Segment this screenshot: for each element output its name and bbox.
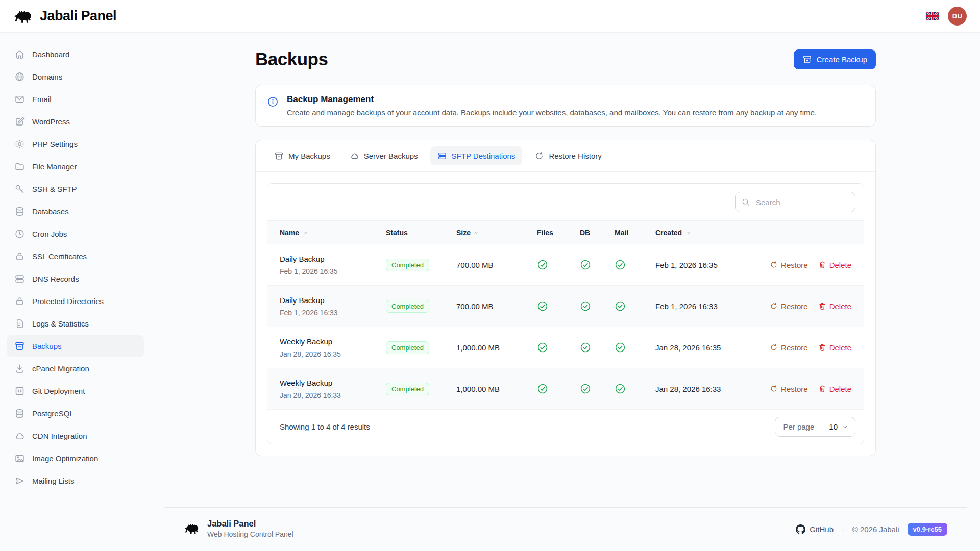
files-check-circle-icon (537, 300, 548, 312)
column-header-status: Status (386, 229, 456, 237)
sidebar-item-backups[interactable]: Backups (7, 335, 144, 357)
sidebar-item-label: Image Optimization (32, 454, 98, 463)
search-input[interactable] (735, 192, 855, 212)
github-icon (796, 524, 805, 534)
restore-button[interactable]: Restore (770, 385, 808, 393)
refresh-icon (770, 385, 778, 393)
backup-name: Daily Backup (280, 255, 386, 263)
restore-button[interactable]: Restore (770, 302, 808, 311)
globe-icon (14, 71, 25, 82)
column-header-db: DB (580, 229, 615, 237)
table-row: Daily Backup Feb 1, 2026 16:33 Completed… (267, 286, 864, 327)
archive-icon (14, 341, 25, 352)
chevron-down-icon (473, 229, 480, 236)
column-header-created[interactable]: Created (655, 229, 769, 237)
footer-tagline: Web Hosting Control Panel (207, 530, 293, 538)
per-page-selector: Per page 10 (775, 417, 855, 437)
sidebar-item-ssh-sftp[interactable]: SSH & SFTP (7, 178, 144, 200)
sidebar-item-ssl-certificates[interactable]: SSL Certificates (7, 245, 144, 267)
sidebar-item-php-settings[interactable]: PHP Settings (7, 133, 144, 155)
main-area: Backups Create Backup Backup Management … (151, 33, 980, 551)
tab-server-backups[interactable]: Server Backups (342, 146, 425, 165)
sidebar-item-label: Databases (32, 207, 69, 216)
sidebar-item-wordpress[interactable]: WordPress (7, 110, 144, 133)
backup-size: 1,000.00 MB (456, 343, 537, 352)
copyright-text: © 2026 Jabali (852, 525, 899, 534)
sidebar-item-databases[interactable]: Databases (7, 200, 144, 222)
delete-button[interactable]: Delete (818, 302, 851, 311)
db-check-circle-icon (580, 300, 591, 312)
tab-sftp-destinations[interactable]: SFTP Destinations (430, 146, 523, 165)
user-avatar[interactable]: DU (948, 7, 967, 26)
tab-my-backups[interactable]: My Backups (267, 146, 337, 165)
backup-date: Feb 1, 2026 16:33 (280, 309, 386, 317)
delete-button[interactable]: Delete (818, 261, 851, 269)
uk-flag-language-icon[interactable] (926, 12, 939, 20)
server-icon (437, 151, 447, 161)
sidebar-item-postgresql[interactable]: PostgreSQL (7, 402, 144, 424)
sidebar-item-protected-directories[interactable]: Protected Directories (7, 290, 144, 312)
top-header: Jabali Panel DU (0, 0, 980, 33)
backup-size: 1,000.00 MB (456, 385, 537, 393)
backup-created: Jan 28, 2026 16:33 (655, 385, 769, 393)
version-badge[interactable]: v0.9-rc55 (908, 523, 947, 536)
code-icon (14, 386, 25, 396)
tab-label: Restore History (549, 152, 601, 160)
status-badge: Completed (386, 341, 429, 354)
sidebar-item-image-optimization[interactable]: Image Optimization (7, 447, 144, 469)
backup-name: Weekly Backup (280, 337, 386, 346)
sidebar-item-label: Domains (32, 72, 62, 81)
sidebar-item-label: CDN Integration (32, 432, 87, 440)
files-check-circle-icon (537, 383, 548, 394)
trash-icon (818, 343, 826, 352)
sidebar-item-file-manager[interactable]: File Manager (7, 155, 144, 178)
refresh-icon (770, 261, 778, 269)
tab-restore-history[interactable]: Restore History (527, 146, 608, 165)
document-icon (14, 318, 25, 329)
table-row: Weekly Backup Jan 28, 2026 16:35 Complet… (267, 327, 864, 368)
status-badge: Completed (386, 383, 429, 395)
sidebar-item-git-deployment[interactable]: Git Deployment (7, 380, 144, 402)
tab-label: SFTP Destinations (452, 152, 516, 160)
backups-panel: My Backups Server Backups SFTP Destinati… (255, 140, 876, 456)
sidebar-item-label: DNS Records (32, 274, 79, 283)
download-icon (14, 363, 25, 374)
image-icon (14, 453, 25, 464)
column-header-files: Files (537, 229, 580, 237)
archive-down-icon (802, 55, 812, 64)
column-header-mail: Mail (615, 229, 655, 237)
delete-button[interactable]: Delete (818, 385, 851, 393)
sidebar-item-domains[interactable]: Domains (7, 65, 144, 88)
app-brand: Jabali Panel (13, 8, 116, 25)
column-header-name[interactable]: Name (267, 229, 386, 237)
column-header-size[interactable]: Size (456, 229, 537, 237)
per-page-value[interactable]: 10 (822, 417, 855, 436)
backup-created: Feb 1, 2026 16:33 (655, 302, 769, 311)
sidebar-item-email[interactable]: Email (7, 88, 144, 110)
boar-logo-icon (13, 8, 35, 25)
table-row: Daily Backup Feb 1, 2026 16:35 Completed… (267, 244, 864, 286)
sidebar-item-dns-records[interactable]: DNS Records (7, 267, 144, 290)
db-check-circle-icon (580, 383, 591, 394)
sidebar-item-cpanel-migration[interactable]: cPanel Migration (7, 357, 144, 380)
send-icon (14, 475, 25, 486)
footer-brand: Jabali Panel (207, 519, 293, 529)
info-card-description: Create and manage backups of your accoun… (287, 108, 817, 117)
sidebar-item-label: PostgreSQL (32, 409, 74, 418)
results-summary: Showing 1 to 4 of 4 results (280, 422, 370, 431)
db-check-circle-icon (580, 342, 591, 353)
sidebar-item-logs-statistics[interactable]: Logs & Statistics (7, 312, 144, 335)
restore-button[interactable]: Restore (770, 261, 808, 269)
create-backup-button[interactable]: Create Backup (794, 49, 876, 69)
backup-date: Jan 28, 2026 16:33 (280, 391, 386, 399)
sidebar-item-dashboard[interactable]: Dashboard (7, 43, 144, 65)
backup-name: Weekly Backup (280, 379, 386, 387)
chevron-down-icon (684, 229, 692, 236)
sidebar-item-label: SSL Certificates (32, 252, 87, 261)
sidebar-item-cron-jobs[interactable]: Cron Jobs (7, 222, 144, 245)
delete-button[interactable]: Delete (818, 343, 851, 352)
restore-button[interactable]: Restore (770, 343, 808, 352)
github-link[interactable]: GitHub (796, 524, 834, 534)
sidebar-item-mailing-lists[interactable]: Mailing Lists (7, 469, 144, 492)
sidebar-item-cdn-integration[interactable]: CDN Integration (7, 424, 144, 447)
